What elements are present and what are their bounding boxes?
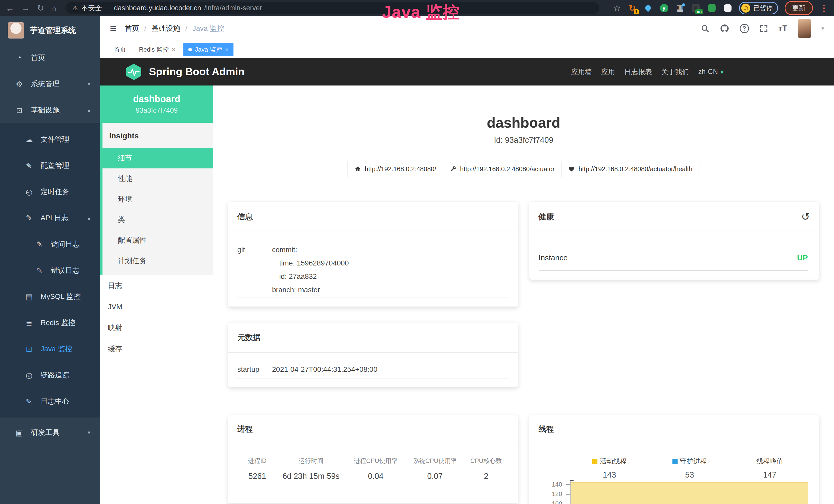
clock-icon: ◴	[24, 187, 34, 197]
extension-pin-icon[interactable]	[643, 3, 653, 13]
threads-legend: 活动线程 守护进程 线程峰值	[569, 457, 810, 464]
address-bar[interactable]: ⚠ 不安全 | dashboard.yudao.iocoder.cn/infra…	[66, 2, 599, 14]
sba-logo-icon	[125, 63, 142, 81]
menu-item-classes[interactable]: 类	[103, 209, 213, 230]
menu-item-caches[interactable]: 缓存	[100, 338, 213, 360]
extension-grid-icon[interactable]: ▦	[675, 3, 684, 13]
user-avatar[interactable]	[798, 19, 811, 38]
fullscreen-icon[interactable]	[759, 24, 768, 33]
sidebar-item-system[interactable]: ⚙ 系统管理 ▾	[0, 71, 100, 97]
health-row-label: Instance	[539, 253, 568, 263]
sidebar-item-job[interactable]: ◴ 定时任务	[0, 179, 100, 205]
profile-paused-chip[interactable]: ☺ 已暂停	[739, 2, 778, 15]
instance-header[interactable]: dashboard 93a3fc7f7409	[100, 86, 213, 123]
sidebar-item-config[interactable]: ✎ 配置管理	[0, 153, 100, 179]
live-threads-value: 143	[569, 470, 650, 480]
app-title: 芋道管理系统	[30, 25, 76, 36]
font-size-icon[interactable]: тT	[778, 24, 788, 33]
health-card-body: Instance UP	[529, 232, 819, 280]
menu-item-mappings[interactable]: 映射	[100, 317, 213, 338]
layers-icon: ≣	[24, 318, 34, 327]
help-icon[interactable]: ?	[740, 24, 749, 33]
sidebar-item-infra[interactable]: ⊡ 基础设施 ▴	[0, 97, 100, 123]
forward-icon[interactable]: →	[21, 4, 30, 12]
system-cpu: 0.07	[405, 472, 465, 481]
github-icon[interactable]	[720, 24, 729, 33]
back-icon[interactable]: ←	[6, 4, 14, 12]
menu-item-config-props[interactable]: 配置属性	[103, 230, 213, 251]
gear-icon: ⚙	[14, 79, 24, 89]
extension-refresh-icon[interactable]: ↻1	[628, 3, 637, 13]
sba-nav-applications[interactable]: 应用	[601, 67, 615, 76]
extension-badge: 1	[634, 9, 639, 15]
home-icon	[354, 166, 361, 172]
hamburger-icon[interactable]: ≡	[110, 23, 117, 34]
menu-item-logs[interactable]: 日志	[100, 275, 213, 296]
extension-on-badge: on	[695, 9, 703, 15]
process-cpu: 0.04	[346, 472, 405, 481]
locale-select[interactable]: zh-CN ▾	[698, 68, 724, 76]
main: ≡ 首页 / 基础设施 / Java 监控 ?	[100, 16, 834, 504]
menu-item-details[interactable]: 细节	[100, 148, 213, 168]
menu-item-metrics[interactable]: 性能	[103, 168, 213, 189]
sidebar-item-access-log[interactable]: ✎ 访问日志	[0, 231, 100, 257]
history-icon[interactable]: ↺	[801, 211, 810, 222]
chevron-down-icon: ▾	[88, 429, 90, 436]
instance-page: dashboard Id: 93a3fc7f7409 http://192.16…	[213, 86, 834, 504]
tab-home[interactable]: 首页	[109, 43, 131, 56]
browser-menu-icon[interactable]: ⋮	[820, 4, 828, 12]
close-icon[interactable]: ×	[172, 46, 175, 53]
sidebar-item-redis[interactable]: ≣ Redis 监控	[0, 310, 100, 336]
eye-icon: ◎	[24, 371, 34, 380]
bookmark-star-icon[interactable]: ☆	[613, 3, 621, 13]
sidebar-item-home[interactable]: ◔ 首页	[0, 45, 100, 71]
menu-item-environment[interactable]: 环境	[103, 189, 213, 209]
update-button[interactable]: 更新	[785, 1, 813, 15]
sba-nav-about[interactable]: 关于我们	[661, 67, 689, 76]
avatar-caret-icon[interactable]: ▾	[821, 25, 824, 32]
breadcrumb-home[interactable]: 首页	[125, 24, 139, 33]
extension-list-icon[interactable]: ≡on	[691, 3, 700, 13]
service-url-button[interactable]: http://192.168.0.2:48080/	[348, 161, 443, 177]
home-icon[interactable]: ⌂	[51, 4, 57, 12]
process-card-body: 进程ID 运行时间 进程CPU使用率 系统CPU使用率 CPU核心数 5261 …	[228, 443, 518, 503]
heartbeat-icon	[568, 166, 575, 172]
monitor-icon: ⊡	[24, 345, 34, 353]
menu-item-scheduled-tasks[interactable]: 计划任务	[103, 251, 213, 271]
area-series-live	[571, 482, 809, 504]
breadcrumb: 首页 / 基础设施 / Java 监控	[125, 24, 224, 33]
process-pid: 5261	[238, 472, 276, 481]
extension-puzzle-icon[interactable]	[723, 3, 732, 13]
screen: ← → ↻ ⌂ ⚠ 不安全 | dashboard.yudao.iocoder.…	[0, 0, 834, 504]
sidebar-item-error-log[interactable]: ✎ 错误日志	[0, 257, 100, 283]
server-icon: ▤	[24, 292, 34, 301]
menu-item-jvm[interactable]: JVM	[100, 296, 213, 317]
tab-redis-monitor[interactable]: Redis 监控 ×	[134, 43, 180, 56]
reload-icon[interactable]: ↻	[37, 4, 44, 12]
close-icon[interactable]: ×	[225, 46, 228, 53]
sidebar-item-mysql[interactable]: ▤ MySQL 监控	[0, 283, 100, 310]
process-card-title: 进程	[228, 415, 518, 443]
actuator-url-button[interactable]: http://192.168.0.2:48080/actuator	[443, 161, 562, 177]
sba-nav-journal[interactable]: 日志报表	[624, 67, 652, 76]
page-subtitle: Id: 93a3fc7f7409	[228, 136, 819, 145]
search-icon[interactable]	[701, 24, 709, 33]
tab-java-monitor[interactable]: Java 监控 ×	[183, 43, 234, 56]
sidebar-item-file[interactable]: ☁ 文件管理	[0, 126, 100, 153]
sidebar-item-java-monitor[interactable]: ⊡ Java 监控	[0, 336, 100, 362]
sidebar-item-api-log[interactable]: ✎ API 日志 ▴	[0, 205, 100, 231]
extension-y-icon[interactable]: y	[659, 3, 668, 13]
sidebar-item-log-center[interactable]: ✎ 日志中心	[0, 388, 100, 414]
breadcrumb-infra[interactable]: 基础设施	[151, 24, 180, 33]
browser-actions: ☆ ↻1 y ▦ ≡on ☺ 已暂停 更新 ⋮	[613, 1, 828, 15]
sba-nav-wallboard[interactable]: 应用墙	[571, 67, 592, 76]
tabs-bar: 首页 Redis 监控 × Java 监控 ×	[100, 41, 834, 58]
health-url-button[interactable]: http://192.168.0.2:48080/actuator/health	[561, 161, 699, 177]
sidebar-item-dev-tools[interactable]: ▣ 研发工具 ▾	[0, 419, 100, 446]
metadata-card-body: startup 2021-04-27T00:44:31.254+08:00	[228, 353, 518, 387]
info-card-body: git commit: time: 1596289704000 id: 27aa…	[228, 232, 518, 306]
edit-icon: ✎	[24, 214, 34, 223]
extension-leaf-icon[interactable]	[707, 3, 716, 13]
sba-brand: Spring Boot Admin	[149, 66, 244, 78]
sidebar-item-tracing[interactable]: ◎ 链路追踪	[0, 362, 100, 388]
